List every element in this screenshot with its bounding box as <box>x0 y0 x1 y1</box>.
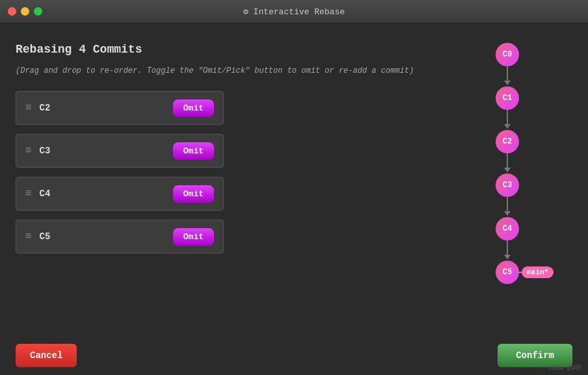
right-panel: C0 C1 C2 <box>442 36 572 336</box>
cancel-button[interactable]: Cancel <box>16 344 77 367</box>
connector-c2-c3 <box>504 153 511 174</box>
commit-list: ≡ C2 Omit ≡ C3 Omit ≡ C4 Omit ≡ C5 Omit <box>16 91 429 253</box>
graph-node-c2: C2 <box>496 130 519 174</box>
connector-c0-c1 <box>504 66 511 86</box>
commit-label-c4: C4 <box>40 188 173 199</box>
drag-handle-c4[interactable]: ≡ <box>25 188 32 200</box>
drag-handle-c3[interactable]: ≡ <box>25 145 32 157</box>
connector-c4-c5 <box>504 240 511 261</box>
graph-circle-c5: C5 <box>496 261 519 284</box>
instructions-text: (Drag and drop to re-order. Toggle the "… <box>16 66 429 75</box>
omit-button-c4[interactable]: Omit <box>173 185 214 203</box>
commit-row-c4[interactable]: ≡ C4 Omit <box>16 177 224 211</box>
commit-label-c3: C3 <box>40 146 173 156</box>
connector-c3-c4 <box>504 197 511 217</box>
connector-c1-c2 <box>504 110 511 130</box>
graph-circle-c0: C0 <box>496 43 519 66</box>
close-button[interactable] <box>8 7 16 16</box>
graph-circle-c3: C3 <box>496 174 519 197</box>
bottom-bar: Cancel Confirm <box>0 336 588 375</box>
main-content: Rebasing 4 Commits (Drag and drop to re-… <box>0 23 588 375</box>
omit-button-c5[interactable]: Omit <box>173 228 214 246</box>
commit-row-c5[interactable]: ≡ C5 Omit <box>16 220 224 253</box>
graph-node-c5-row: C5 main* <box>496 261 519 284</box>
commit-row-c2[interactable]: ≡ C2 Omit <box>16 91 224 125</box>
graph-node-c4: C4 <box>496 217 519 261</box>
graph-node-c0: C0 <box>496 43 519 86</box>
graph-circle-c1: C1 <box>496 86 519 110</box>
graph-node-c1: C1 <box>496 86 519 130</box>
graph-circle-c4: C4 <box>496 217 519 240</box>
commit-row-c3[interactable]: ≡ C3 Omit <box>16 134 224 168</box>
commit-label-c5: C5 <box>40 231 173 242</box>
omit-button-c2[interactable]: Omit <box>173 99 214 117</box>
graph-node-c3: C3 <box>496 174 519 217</box>
page-title: Rebasing 4 Commits <box>16 43 429 56</box>
commit-graph: C0 C1 C2 <box>496 43 519 284</box>
commit-label-c2: C2 <box>40 103 173 113</box>
title-bar: ⚙ Interactive Rebase <box>0 0 588 23</box>
graph-circle-c2: C2 <box>496 130 519 153</box>
window-title: ⚙ Interactive Rebase <box>243 6 345 17</box>
maximize-button[interactable] <box>34 7 42 16</box>
drag-handle-c5[interactable]: ≡ <box>25 231 32 242</box>
drag-handle-c2[interactable]: ≡ <box>25 102 32 114</box>
left-panel: Rebasing 4 Commits (Drag and drop to re-… <box>16 36 442 336</box>
watermark-text: CSDN @9呀 <box>548 363 581 372</box>
omit-button-c3[interactable]: Omit <box>173 142 214 160</box>
minimize-button[interactable] <box>21 7 29 16</box>
window-controls <box>8 7 42 16</box>
branch-label: main* <box>522 266 554 278</box>
